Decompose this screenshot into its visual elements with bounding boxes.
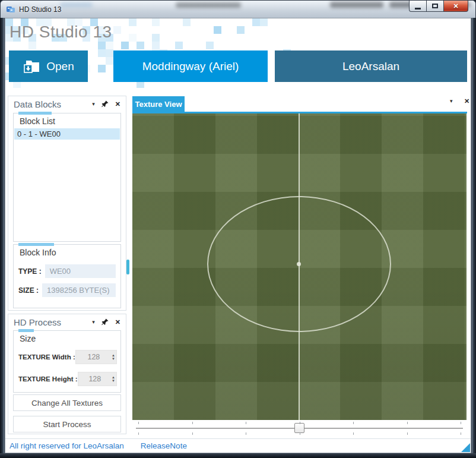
texture-width-label: TEXTURE Width :: [18, 353, 75, 361]
splitter-handle[interactable]: [126, 260, 129, 274]
pitch-center-dot: [297, 262, 301, 266]
size-group: Size TEXTURE Width : ▲ ▼ TEXTURE Height …: [13, 330, 121, 393]
slider-tick: [461, 422, 461, 424]
texture-width-stepper: ▲ ▼: [75, 350, 117, 364]
texture-view-menu-caret-icon[interactable]: ▾: [450, 98, 453, 104]
block-list-group: Block List 0 - 1 - WE00: [13, 113, 121, 242]
maximize-button[interactable]: [426, 1, 444, 12]
size-group-title: Size: [14, 331, 120, 345]
group-accent-bar: [18, 243, 54, 246]
close-button[interactable]: ✕: [443, 1, 468, 12]
slider-tick: [246, 432, 246, 435]
leoarsalan-button[interactable]: LeoArsalan: [275, 50, 467, 82]
panel-close-icon[interactable]: ✕: [115, 100, 120, 108]
leoarsalan-button-label: LeoArsalan: [342, 60, 399, 73]
window-title: HD Studio 13: [19, 5, 61, 14]
size-value: 1398256 BYTE(S): [42, 283, 116, 297]
slider-tick: [407, 432, 408, 435]
status-bar: All right reserved for LeoArsalan Releas…: [5, 438, 471, 453]
page-title: HD Studio 13: [9, 23, 112, 42]
resize-grip[interactable]: [461, 443, 470, 452]
slider-thumb[interactable]: [294, 423, 304, 433]
panel-close-icon[interactable]: ✕: [115, 318, 120, 326]
texture-width-input[interactable]: [76, 350, 112, 364]
group-accent-bar: [18, 329, 34, 332]
type-value: WE00: [45, 264, 116, 278]
texture-view-close-icon[interactable]: ✕: [464, 97, 469, 105]
slider-tick: [246, 422, 246, 424]
hd-process-title: HD Process: [14, 317, 85, 327]
hd-process-panel: HD Process ▾ ✕ Size TEXTURE Width : ▲ ▼: [8, 314, 126, 434]
release-note-link[interactable]: ReleaseNote: [141, 441, 187, 450]
block-list-title: Block List: [14, 113, 120, 128]
spin-down-icon[interactable]: ▼: [112, 357, 115, 361]
block-info-title: Block Info: [14, 245, 120, 259]
slider-tick: [300, 432, 300, 435]
app-window: HD Studio 13 ✕ HD Studio 13 Open Modding…: [0, 0, 476, 458]
type-label: TYPE :: [18, 267, 42, 276]
texture-height-stepper: ▲ ▼: [78, 372, 117, 386]
window-border-left: [0, 18, 5, 453]
pitch-center-line: [299, 113, 300, 420]
slider-tick: [461, 432, 461, 435]
slider-tick: [192, 422, 193, 424]
pin-icon[interactable]: [101, 100, 109, 108]
spin-down-icon[interactable]: ▼: [112, 379, 115, 383]
open-folder-download-icon: [23, 58, 40, 74]
slider-tick: [353, 422, 354, 424]
texture-height-label: TEXTURE Height :: [18, 375, 78, 383]
open-button[interactable]: Open: [9, 50, 88, 82]
group-accent-bar: [18, 112, 52, 115]
close-icon: ✕: [453, 2, 458, 10]
pin-icon[interactable]: [101, 318, 109, 326]
tab-texture-view[interactable]: Texture View: [132, 96, 185, 112]
client-area: HD Studio 13 Open Moddingway (Ariel) Leo…: [5, 18, 471, 453]
panel-menu-caret-icon[interactable]: ▾: [92, 319, 95, 325]
block-info-group: Block Info TYPE : WE00 SIZE : 1398256 BY…: [13, 244, 121, 308]
texture-height-input[interactable]: [78, 372, 112, 386]
minimize-button[interactable]: [409, 1, 427, 12]
data-blocks-title: Data Blocks: [14, 99, 85, 109]
slider-tick: [192, 432, 193, 435]
panel-menu-caret-icon[interactable]: ▾: [92, 101, 95, 107]
open-button-label: Open: [46, 60, 74, 73]
slider-tick: [138, 432, 139, 435]
block-list-item[interactable]: 0 - 1 - WE00: [14, 128, 120, 140]
size-label: SIZE :: [18, 286, 39, 295]
slider-tick: [300, 422, 300, 424]
start-process-button[interactable]: Start Process: [13, 416, 121, 432]
maximize-icon: [432, 4, 438, 8]
data-blocks-panel: Data Blocks ▾ ✕ Block List 0 - 1 - WE00 …: [8, 96, 126, 311]
texture-preview-canvas[interactable]: [132, 113, 467, 420]
copyright-text: All right reserved for LeoArsalan: [9, 441, 124, 450]
app-icon: [6, 5, 15, 14]
moddingway-button[interactable]: Moddingway (Ariel): [113, 50, 268, 82]
slider-tick: [138, 422, 139, 424]
moddingway-button-label: Moddingway (Ariel): [142, 60, 239, 73]
window-border-right: [471, 18, 476, 453]
change-all-textures-button[interactable]: Change All Textures: [13, 394, 121, 411]
slider-tick: [353, 432, 354, 435]
window-border-bottom: [0, 453, 476, 458]
zoom-slider: [132, 420, 467, 436]
slider-tick: [407, 422, 408, 424]
title-bar: HD Studio 13 ✕: [0, 0, 476, 18]
minimize-icon: [415, 8, 421, 10]
